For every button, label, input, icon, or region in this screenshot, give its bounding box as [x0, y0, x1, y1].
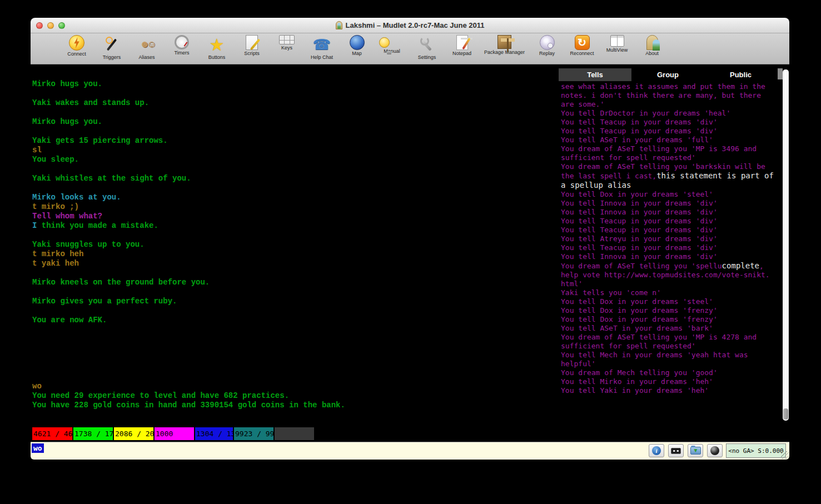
console-line: wo	[32, 382, 559, 391]
console-line: are some.'	[561, 100, 782, 109]
zoom-button[interactable]	[58, 22, 65, 29]
toolbar-item-keys[interactable]: Keys	[274, 35, 300, 51]
resize-grip[interactable]	[781, 451, 789, 459]
toolbar-item-timers[interactable]: Timers	[169, 35, 195, 56]
toolbar-item-label: Notepad	[452, 51, 471, 56]
console-line: sufficient for spell requested'	[561, 153, 782, 162]
console-line: see what aliases it assumes and put them…	[561, 82, 782, 91]
bomb-button[interactable]	[707, 444, 723, 457]
toolbar-item-package-manager[interactable]: Package Manager	[484, 35, 525, 55]
toolbar-item-multiview[interactable]: MultiView	[604, 35, 630, 53]
console-line	[32, 164, 559, 174]
toolbar: ConnectTriggersAliasesTimersButtonsScrip…	[31, 33, 789, 64]
toolbar-item-manual[interactable]: Manual	[379, 35, 405, 54]
console-line: You tell Teacup in your dreams 'div'	[561, 217, 782, 226]
console-line: Yaki whistles at the sight of you.	[32, 174, 559, 183]
title-bar[interactable]: Lakshmi – Mudlet 2.0-rc7-Mac June 2011	[31, 18, 789, 33]
toolbar-item-settings[interactable]: Settings	[414, 35, 440, 60]
console-line: Yaki snuggles up to you.	[32, 240, 559, 249]
chat-panel: TellsGroupPublic see what aliases it ass…	[559, 65, 789, 426]
command-input[interactable]: wo	[32, 443, 44, 453]
console-line	[32, 344, 559, 353]
timers-icon	[175, 35, 189, 49]
mudlet-icon	[336, 21, 342, 29]
console-line: You tell Mech in your dreams 'yeah htat …	[561, 351, 782, 360]
console-line	[32, 372, 559, 382]
console-line: You dream of Mech telling you 'good'	[561, 368, 782, 377]
toolbar-item-label: Triggers	[103, 54, 121, 60]
close-button[interactable]	[36, 22, 43, 29]
keys-icon	[279, 35, 295, 44]
console-line: You tell Innova in your dreams 'div'	[561, 199, 782, 208]
chat-scrollbar[interactable]	[783, 69, 789, 421]
toolbar-item-map[interactable]: Map	[344, 35, 370, 56]
console-line: I think you made a mistake.	[32, 221, 559, 231]
gauge: 1304 / 1333	[195, 427, 233, 440]
console-line: You tell Teacup in your dreams 'div'	[561, 118, 782, 127]
console-line: You tell Innova in your dreams 'div'	[561, 252, 782, 261]
toolbar-item-label: Manual	[384, 48, 400, 54]
toolbar-item-label: Aliases	[138, 54, 155, 60]
about-icon	[646, 35, 658, 50]
toolbar-item-replay[interactable]: Replay	[534, 35, 560, 56]
console-line: You dream of ASeT telling you 'MP is 427…	[561, 333, 782, 342]
console-line	[32, 325, 559, 335]
input-row[interactable]: wo <no GA> S:0.000	[31, 442, 789, 460]
console-line	[32, 89, 559, 98]
chat-tabs: TellsGroupPublic	[559, 68, 777, 81]
keypad-icon	[671, 448, 681, 454]
tab-group[interactable]: Group	[631, 68, 704, 81]
console-line: You tell Teacup in your dreams 'div'	[561, 243, 782, 252]
gauge: 2086 / 2086	[114, 427, 153, 440]
toolbar-item-label: Replay	[539, 51, 555, 56]
toolbar-item-scripts[interactable]: Scripts	[239, 35, 265, 56]
console-line: You tell Dox in your dreams 'steel'	[561, 297, 782, 306]
info-button[interactable]	[649, 444, 664, 457]
keypad-button[interactable]	[668, 444, 684, 457]
tab-tells[interactable]: Tells	[559, 68, 631, 81]
toolbar-item-triggers[interactable]: Triggers	[99, 35, 125, 60]
toolbar-item-connect[interactable]: Connect	[64, 35, 89, 57]
scripts-icon	[246, 35, 258, 50]
console-area: Mirko hugs you. Yaki wakes and stands up…	[31, 65, 789, 426]
console-line	[32, 306, 559, 316]
console-line	[32, 335, 559, 344]
console-line: Yaki gets 15 piercing arrows.	[32, 136, 559, 146]
info-icon	[652, 446, 661, 455]
console-line: You tell ASeT in your dreams 'bark'	[561, 324, 782, 333]
gauge: 1738 / 1738	[73, 427, 113, 440]
console-line: Mirko hugs you.	[32, 117, 559, 127]
toolbar-item-label: MultiView	[606, 47, 628, 53]
console-line: t mirko ;)	[32, 202, 559, 212]
toolbar-item-help-chat[interactable]: Help Chat	[309, 35, 335, 60]
tab-public[interactable]: Public	[704, 68, 777, 81]
console-line: You dream of ASeT telling you 'barkskin …	[561, 162, 782, 171]
help-chat-icon	[312, 35, 331, 54]
chat-console[interactable]: see what aliases it assumes and put them…	[561, 82, 782, 426]
main-console[interactable]: Mirko hugs you. Yaki wakes and stands up…	[31, 65, 559, 426]
console-line	[32, 231, 559, 240]
toolbar-item-reconnect[interactable]: Reconnect	[569, 35, 595, 56]
console-line: You tell Teacup in your dreams 'div'	[561, 127, 782, 136]
toolbar-item-about[interactable]: About	[639, 35, 665, 56]
minimize-button[interactable]	[47, 22, 54, 29]
window-title: Lakshmi – Mudlet 2.0-rc7-Mac June 2011	[336, 21, 485, 29]
toolbar-item-buttons[interactable]: Buttons	[204, 35, 230, 60]
folder-download-button[interactable]	[688, 444, 703, 457]
replay-icon	[540, 35, 555, 50]
scrollbar-thumb[interactable]	[783, 408, 788, 420]
console-line: sufficient for spell requested'	[561, 342, 782, 351]
console-line: the last spell i cast,this statement is …	[561, 171, 782, 181]
toolbar-item-aliases[interactable]: Aliases	[134, 35, 160, 60]
toolbar-item-label: Buttons	[208, 54, 226, 60]
toolbar-item-notepad[interactable]: Notepad	[449, 35, 475, 56]
console-line	[32, 127, 559, 136]
console-line: Mirko hugs you.	[32, 79, 559, 89]
toolbar-item-label: Scripts	[244, 51, 260, 56]
console-line: Mirko kneels on the ground before you.	[32, 278, 559, 287]
console-line	[32, 353, 559, 363]
console-line	[32, 363, 559, 372]
console-line	[32, 108, 559, 117]
console-line: You tell Mirko in your dreams 'heh'	[561, 377, 782, 386]
notepad-icon	[456, 35, 468, 50]
